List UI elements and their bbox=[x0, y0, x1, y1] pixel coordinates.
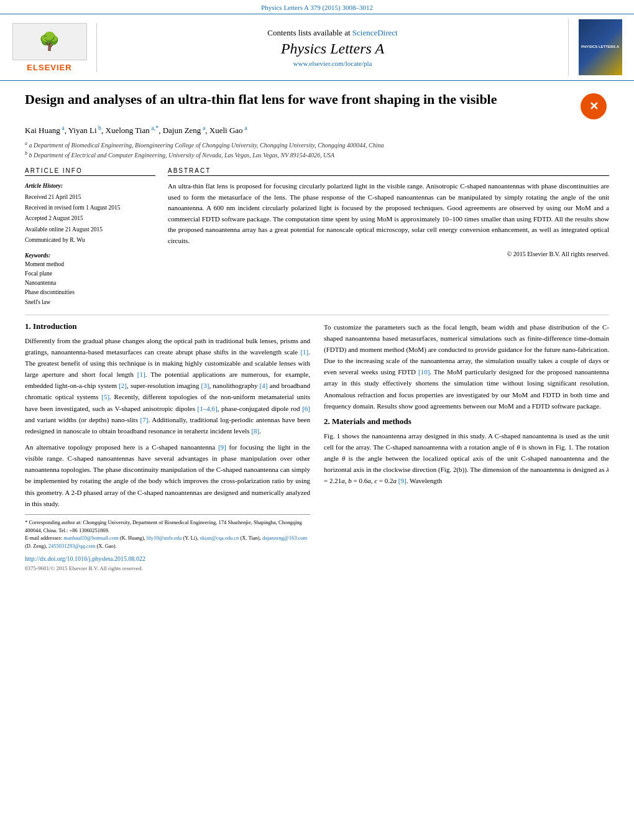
elsevier-logo: 🌳 ELSEVIER bbox=[10, 23, 97, 72]
history-label: Article History: bbox=[25, 181, 155, 191]
affil-a1: a bbox=[60, 124, 65, 131]
issn-text: 0375-9601/© 2015 Elsevier B.V. All right… bbox=[25, 565, 310, 573]
accepted-date: Accepted 2 August 2015 bbox=[25, 213, 155, 223]
affil-a4: a bbox=[243, 124, 247, 131]
ref-1[interactable]: [1] bbox=[300, 348, 308, 356]
author-yiyan-li: Yiyan Li bbox=[68, 126, 97, 135]
author-xuelong-tian: Xuelong Tian bbox=[106, 126, 150, 135]
ref-4[interactable]: [4] bbox=[260, 382, 268, 389]
article-info-header: ARTICLE INFO bbox=[25, 167, 155, 176]
materials-paragraph-1: Fig. 1 shows the nanoantenna array desig… bbox=[324, 430, 609, 487]
ref-8[interactable]: [8] bbox=[251, 427, 259, 435]
journal-cover-image: PHYSICS LETTERS A bbox=[579, 19, 622, 75]
section-divider bbox=[25, 315, 609, 315]
affil-a2: a,* bbox=[150, 124, 158, 131]
affil-a3: a bbox=[201, 124, 205, 131]
journal-cover-container: PHYSICS LETTERS A bbox=[568, 19, 624, 75]
keyword-2: Focal plane bbox=[25, 269, 155, 279]
mm-section-number: 2. bbox=[324, 417, 330, 426]
author-dajun-zeng: Dajun Zeng bbox=[163, 126, 201, 135]
contents-text: Contents lists available at bbox=[267, 28, 350, 37]
abstract-header: ABSTRACT bbox=[168, 167, 609, 176]
article-title: Design and analyses of an ultra-thin fla… bbox=[25, 91, 572, 109]
ref-6[interactable]: [6] bbox=[302, 405, 310, 412]
logo-box: 🌳 bbox=[12, 23, 87, 60]
materials-methods-title: 2. Materials and methods bbox=[324, 417, 609, 427]
intro-paragraph-2: An alternative topology proposed here is… bbox=[25, 441, 310, 509]
received-date: Received 21 April 2015 bbox=[25, 192, 155, 202]
abstract-column: ABSTRACT An ultra-thin flat lens is prop… bbox=[168, 167, 609, 307]
citation-text: Physics Letters A 379 (2015) 3008–3012 bbox=[261, 4, 373, 11]
abstract-text: An ultra-thin flat lens is proposed for … bbox=[168, 181, 609, 247]
journal-url[interactable]: www.elsevier.com/locate/pla bbox=[103, 60, 562, 67]
journal-header: 🌳 ELSEVIER Contents lists available at S… bbox=[0, 14, 634, 81]
copyright-notice: © 2015 Elsevier B.V. All rights reserved… bbox=[168, 251, 609, 257]
affiliation-a: a a Department of Biomedical Engineering… bbox=[25, 142, 384, 149]
ref-9b[interactable]: [9] bbox=[398, 477, 407, 484]
sciencedirect-line: Contents lists available at ScienceDirec… bbox=[103, 28, 562, 38]
keywords-label: Keywords: bbox=[25, 252, 50, 259]
email-zeng[interactable]: dajunzeng@163.com bbox=[262, 535, 307, 541]
doi-link[interactable]: http://dx.doi.org/10.1016/j.physleta.201… bbox=[25, 554, 310, 563]
body-left-column: 1. Introduction Differently from the gra… bbox=[25, 321, 310, 573]
email-tian[interactable]: xkian@cqa.edu.cn bbox=[200, 535, 239, 541]
ref-7[interactable]: [7] bbox=[140, 416, 149, 423]
ref-10[interactable]: [10] bbox=[418, 368, 430, 376]
email-li[interactable]: lily10@unlv.edu bbox=[147, 535, 182, 541]
keyword-4: Phase discontinuities bbox=[25, 288, 155, 297]
email-addresses: manhual10@hotmail.com (K. Huang), lily10… bbox=[25, 535, 307, 549]
introduction-title: 1. Introduction bbox=[25, 321, 310, 331]
article-info-column: ARTICLE INFO Article History: Received 2… bbox=[25, 167, 155, 307]
right-intro-paragraph: To customize the parameters such as the … bbox=[324, 321, 609, 412]
keywords-section: Keywords: Moment method Focal plane Nano… bbox=[25, 250, 155, 307]
elsevier-label: ELSEVIER bbox=[27, 63, 71, 72]
email-huang[interactable]: manhual10@hotmail.com bbox=[63, 535, 118, 541]
intro-section-title: Introduction bbox=[33, 321, 77, 331]
author-kai-huang: Kai Huang bbox=[25, 126, 60, 135]
body-right-column: To customize the parameters such as the … bbox=[324, 321, 609, 573]
body-columns: 1. Introduction Differently from the gra… bbox=[25, 321, 609, 573]
crossmark-container[interactable]: ✕ bbox=[578, 93, 609, 119]
author-xueli-gao: Xueli Gao bbox=[209, 126, 243, 135]
ref-2[interactable]: [2] bbox=[119, 382, 127, 389]
mm-section-title: Materials and methods bbox=[332, 417, 411, 426]
affiliations: a a Department of Biomedical Engineering… bbox=[25, 139, 609, 160]
crossmark-badge: ✕ bbox=[581, 93, 607, 119]
communicated-by: Communicated by R. Wu bbox=[25, 235, 155, 245]
email-label: E-mail addresses: bbox=[25, 535, 62, 541]
main-content: Design and analyses of an ultra-thin fla… bbox=[0, 81, 634, 583]
ref-5[interactable]: [5] bbox=[101, 393, 109, 400]
keyword-3: Nanoantenna bbox=[25, 279, 155, 288]
corresponding-author-note: * Corresponding author at: Chongqing Uni… bbox=[25, 519, 302, 533]
email-gao[interactable]: 2455031293@qq.com bbox=[48, 543, 96, 549]
ref-146[interactable]: [1–4,6] bbox=[198, 405, 218, 412]
intro-section-number: 1. bbox=[25, 321, 31, 331]
journal-info-center: Contents lists available at ScienceDirec… bbox=[103, 28, 562, 67]
ref-1b[interactable]: [1] bbox=[137, 371, 145, 378]
cover-title-text: PHYSICS LETTERS A bbox=[581, 45, 619, 50]
ref-3[interactable]: [3] bbox=[201, 382, 209, 389]
sciencedirect-link[interactable]: ScienceDirect bbox=[352, 28, 398, 37]
keyword-1: Moment method bbox=[25, 260, 155, 269]
footnote-section: * Corresponding author at: Chongqing Uni… bbox=[25, 514, 310, 573]
affiliation-b: b b Department of Electrical and Compute… bbox=[25, 152, 334, 159]
available-online-date: Available online 21 August 2015 bbox=[25, 224, 155, 234]
journal-title: Physics Letters A bbox=[103, 40, 562, 57]
ref-9[interactable]: [9] bbox=[218, 443, 226, 451]
keyword-5: Snell's law bbox=[25, 298, 155, 307]
affil-b1: b bbox=[97, 124, 102, 131]
article-info-content: Article History: Received 21 April 2015 … bbox=[25, 181, 155, 245]
received-revised-date: Received in revised form 1 August 2015 bbox=[25, 203, 155, 213]
info-abstract-columns: ARTICLE INFO Article History: Received 2… bbox=[25, 167, 609, 307]
intro-paragraph-1: Differently from the gradual phase chang… bbox=[25, 335, 310, 436]
authors-line: Kai Huang a, Yiyan Li b, Xuelong Tian a,… bbox=[25, 124, 609, 136]
article-title-section: Design and analyses of an ultra-thin fla… bbox=[25, 91, 609, 119]
tree-icon: 🌳 bbox=[39, 31, 60, 52]
journal-citation: Physics Letters A 379 (2015) 3008–3012 bbox=[0, 0, 634, 14]
